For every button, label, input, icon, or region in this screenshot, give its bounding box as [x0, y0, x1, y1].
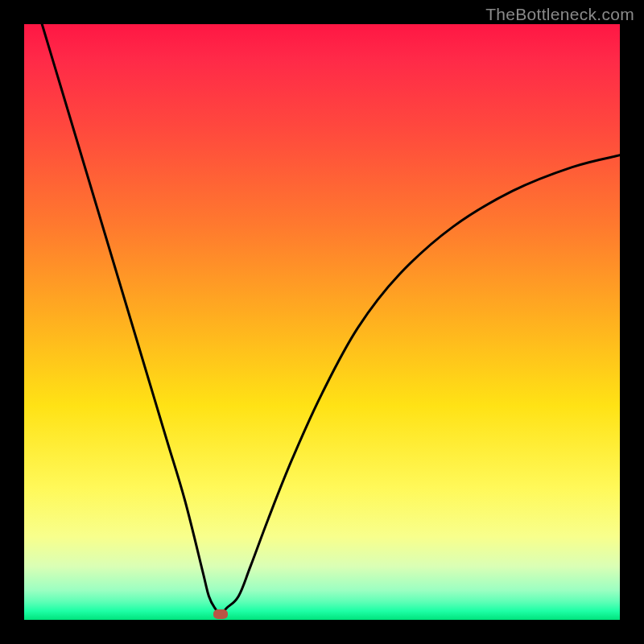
- watermark-text: TheBottleneck.com: [485, 5, 634, 24]
- bottleneck-curve: [24, 24, 620, 620]
- chart-frame: TheBottleneck.com: [0, 0, 644, 644]
- optimal-marker: [213, 609, 228, 619]
- plot-area: [24, 24, 620, 620]
